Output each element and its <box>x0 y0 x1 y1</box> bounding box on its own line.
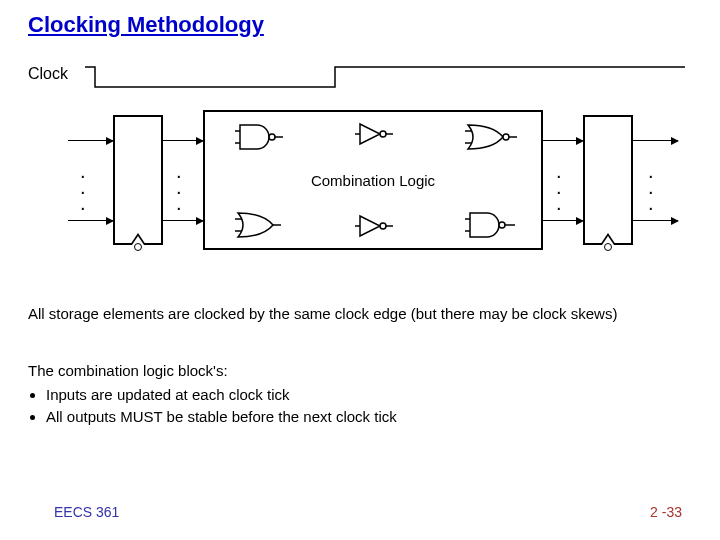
body-text-2: The combination logic block's: Inputs ar… <box>28 360 688 427</box>
footer-course: EECS 361 <box>54 504 119 520</box>
or-gate-icon <box>235 210 285 240</box>
ellipsis-icon: ... <box>80 160 86 214</box>
svg-marker-15 <box>360 216 380 236</box>
wire <box>633 220 678 221</box>
combinational-logic-label: Combination Logic <box>311 172 435 189</box>
svg-point-0 <box>269 134 275 140</box>
body-text-1: All storage elements are clocked by the … <box>28 305 688 324</box>
clock-label: Clock <box>28 65 68 83</box>
wire <box>543 220 583 221</box>
wire <box>543 140 583 141</box>
inverter-icon <box>355 212 395 240</box>
ellipsis-icon: ... <box>176 160 182 214</box>
wire <box>163 140 203 141</box>
nand-gate-icon <box>465 210 520 240</box>
nand-gate-icon <box>235 122 285 152</box>
footer-page-number: 2 -33 <box>650 504 682 520</box>
register-right <box>583 115 633 245</box>
clocking-diagram: ... ... Combination Logic <box>28 115 692 265</box>
clock-waveform <box>85 62 685 92</box>
wire <box>68 140 113 141</box>
body-text-2-intro: The combination logic block's: <box>28 362 228 379</box>
svg-point-8 <box>503 134 509 140</box>
svg-point-19 <box>499 222 505 228</box>
ellipsis-icon: ... <box>648 160 654 214</box>
svg-point-16 <box>380 223 386 229</box>
bullet-item: Inputs are updated at each clock tick <box>46 384 688 406</box>
wire <box>163 220 203 221</box>
svg-marker-4 <box>360 124 380 144</box>
wire <box>68 220 113 221</box>
inverter-icon <box>355 120 395 148</box>
svg-point-5 <box>380 131 386 137</box>
combinational-logic-block: Combination Logic <box>203 110 543 250</box>
ellipsis-icon: ... <box>556 160 562 214</box>
nor-gate-icon <box>465 122 520 152</box>
register-left <box>113 115 163 245</box>
clock-bubble-icon <box>604 243 612 251</box>
wire <box>633 140 678 141</box>
page-title: Clocking Methodology <box>28 12 264 38</box>
bullet-item: All outputs MUST be stable before the ne… <box>46 406 688 428</box>
clock-bubble-icon <box>134 243 142 251</box>
